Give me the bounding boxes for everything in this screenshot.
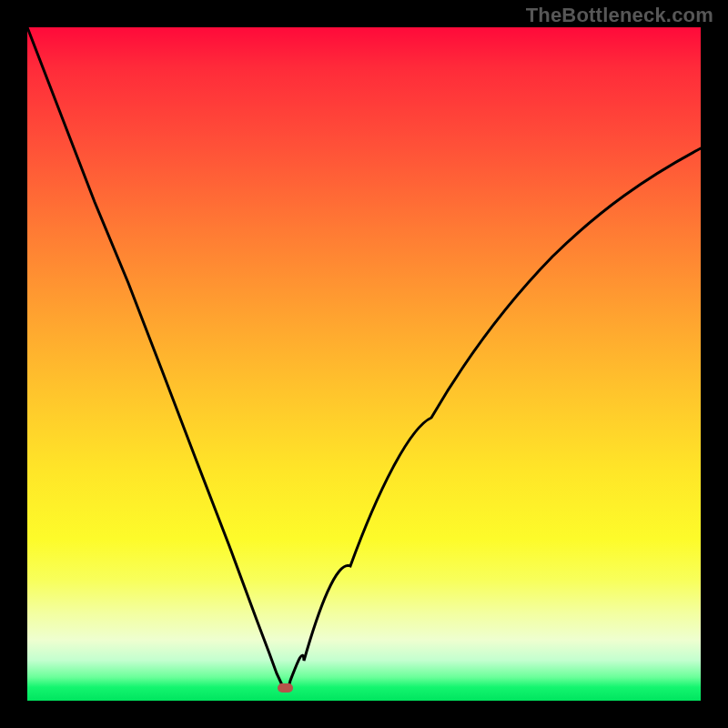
chart-frame: TheBottleneck.com	[0, 0, 728, 728]
optimum-marker	[278, 683, 293, 693]
plot-area	[27, 27, 701, 701]
watermark-text: TheBottleneck.com	[526, 4, 713, 27]
curve-path	[27, 27, 701, 689]
bottleneck-curve	[27, 27, 701, 701]
